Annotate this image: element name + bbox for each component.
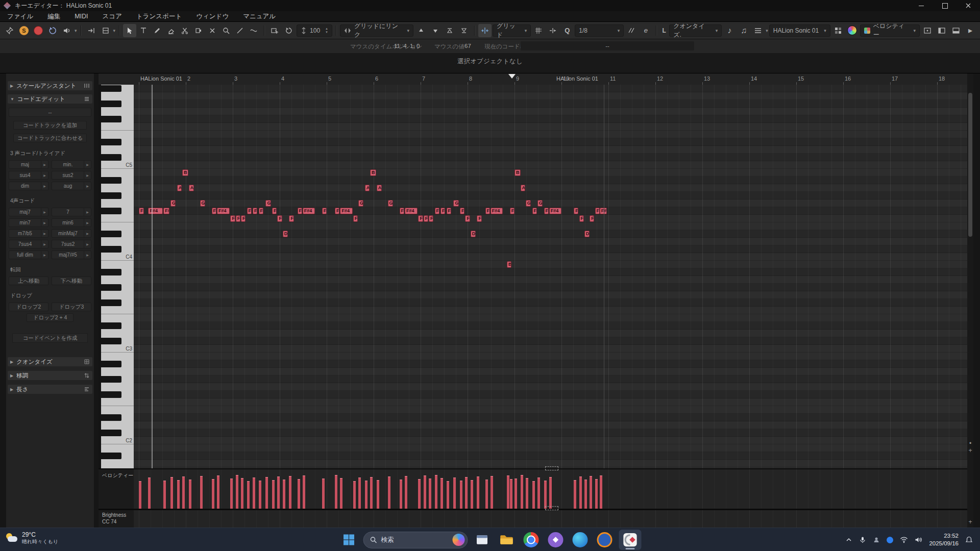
move-up-button[interactable] (414, 24, 428, 37)
chord-button-7sus4[interactable]: 7sus4▶ (9, 240, 48, 248)
move-top-button[interactable] (443, 24, 456, 37)
velocity-bar[interactable] (283, 480, 285, 509)
chrome-icon[interactable] (521, 530, 542, 550)
feedback-caret-icon[interactable]: ▾ (75, 28, 77, 33)
chord-arrow-icon[interactable]: ▶ (41, 240, 48, 248)
piano-key-white[interactable] (101, 444, 134, 452)
minimize-button[interactable] (910, 0, 933, 11)
midi-note[interactable]: G (170, 200, 176, 207)
midi-note[interactable]: D (584, 231, 590, 237)
note-grid[interactable]: F#F#4F#GABAGF#F#4F4F4F4F#F#F#GF#F4DF4F#F… (134, 85, 967, 468)
grid-type-icon[interactable] (532, 24, 545, 37)
record-in-editor-button[interactable] (32, 24, 45, 37)
chord-arrow-icon[interactable]: ▶ (84, 251, 91, 259)
velocity-bar[interactable] (247, 481, 250, 509)
piano-key-white[interactable] (101, 169, 134, 177)
velocity-bar[interactable] (353, 481, 356, 509)
velocity-bar[interactable] (477, 477, 479, 509)
piano-key-black[interactable] (101, 177, 121, 184)
piano-key-white[interactable] (101, 199, 134, 207)
piano-key-black[interactable] (101, 414, 121, 421)
note-length-icon-2[interactable]: ♫ (737, 24, 750, 37)
grid-relative-button[interactable] (546, 24, 559, 37)
velocity-bar[interactable] (277, 477, 280, 509)
piano-key-black[interactable] (101, 269, 121, 276)
velocity-bar[interactable] (544, 481, 547, 509)
toolbar-overflow-chevron[interactable]: ▸ (964, 24, 977, 37)
length-quantize-dropdown[interactable]: クオンタイズ. ▾ (669, 24, 722, 37)
chord-button-aug[interactable]: aug▶ (52, 182, 91, 190)
piano-key-white[interactable] (101, 421, 134, 429)
menu-item-4[interactable]: トランスポート (136, 12, 182, 21)
midi-note[interactable]: F#4 (549, 208, 561, 214)
close-button[interactable] (957, 0, 980, 11)
chord-button-minmaj7[interactable]: minMaj7▶ (52, 229, 91, 238)
chord-button-min6[interactable]: min6▶ (52, 218, 91, 227)
midi-note[interactable]: G (358, 200, 363, 207)
tool-zoom[interactable] (219, 24, 233, 37)
midi-note[interactable]: B (514, 169, 521, 176)
taskbar-search[interactable]: 検索 (363, 532, 468, 548)
piano-key-white[interactable] (101, 131, 134, 138)
section-quantize[interactable]: ▶ クオンタイズ (8, 357, 92, 366)
scrollbar-thumb[interactable] (968, 93, 972, 237)
autoscroll-settings-button[interactable] (99, 24, 112, 37)
browser-icon[interactable] (595, 530, 615, 550)
midi-note[interactable]: F#4 (148, 208, 163, 214)
velocity-bar[interactable] (189, 480, 191, 509)
velocity-bar[interactable] (471, 480, 473, 509)
velocity-bar[interactable] (253, 478, 255, 509)
chord-button-7[interactable]: 7▶ (52, 208, 91, 216)
velocity-bar[interactable] (365, 481, 368, 509)
midi-note[interactable]: B (182, 169, 188, 176)
midi-note[interactable]: F# (485, 208, 490, 214)
drop3-button[interactable]: ドロップ3 (52, 303, 91, 311)
chord-button-maj75[interactable]: maj7/#5▶ (52, 251, 91, 259)
midi-note[interactable]: F4 (277, 215, 282, 222)
velocity-spinner[interactable]: ▲▼ (325, 28, 328, 34)
lower-zone-toggle[interactable] (949, 24, 963, 37)
quantize-preset-dropdown[interactable]: 1/8 ▾ (575, 24, 624, 37)
grid-overlay-icon[interactable] (831, 24, 845, 37)
midi-note[interactable]: F# (460, 208, 464, 214)
midi-note[interactable]: G (200, 200, 205, 207)
chord-arrow-icon[interactable]: ▶ (41, 230, 48, 237)
velocity-bar[interactable] (217, 475, 219, 509)
piano-key-black[interactable] (101, 231, 121, 237)
chord-button-m7b5[interactable]: m7/b5▶ (9, 229, 48, 238)
midi-note[interactable]: F# (440, 208, 445, 214)
velocity-bar[interactable] (440, 478, 443, 509)
velocity-bar[interactable] (510, 479, 512, 509)
event-colors-dropdown[interactable]: ベロシティー ▾ (860, 24, 920, 37)
velocity-bar[interactable] (507, 475, 509, 509)
velocity-bar[interactable] (259, 481, 261, 509)
velocity-bar[interactable] (170, 477, 173, 509)
part-range-handle[interactable] (545, 466, 558, 470)
menu-item-3[interactable]: スコア (103, 12, 122, 21)
app-icon-window[interactable] (472, 530, 493, 550)
velocity-bar[interactable] (400, 480, 402, 509)
midi-note[interactable]: A (365, 185, 370, 191)
chord-arrow-icon[interactable]: ▶ (41, 171, 48, 179)
midi-note[interactable]: F# (435, 208, 439, 214)
note-length-icon-1[interactable]: ♪ (723, 24, 736, 37)
velocity-bar[interactable] (200, 476, 203, 509)
piano-key-black[interactable] (101, 338, 121, 344)
velocity-bar[interactable] (405, 476, 407, 509)
velocity-bar[interactable] (590, 476, 592, 509)
chord-button-dim[interactable]: dim▶ (9, 182, 48, 190)
acoustic-feedback-button[interactable] (60, 24, 74, 37)
midi-note[interactable]: F# (574, 208, 578, 214)
midi-note[interactable]: F#4 (303, 208, 315, 214)
chord-arrow-icon[interactable]: ▶ (84, 171, 91, 179)
velocity-bar[interactable] (289, 476, 291, 509)
tray-chevron-up-icon[interactable] (845, 536, 852, 543)
file-explorer-icon[interactable] (497, 530, 517, 550)
teams-status-icon[interactable] (887, 537, 893, 543)
piano-key-black[interactable] (101, 391, 121, 398)
chord-arrow-icon[interactable]: ▶ (41, 219, 48, 227)
piano-key-white[interactable] (101, 368, 134, 375)
chord-arrow-icon[interactable]: ▶ (41, 182, 48, 190)
velocity-bar[interactable] (465, 477, 468, 509)
start-button[interactable] (339, 530, 359, 550)
